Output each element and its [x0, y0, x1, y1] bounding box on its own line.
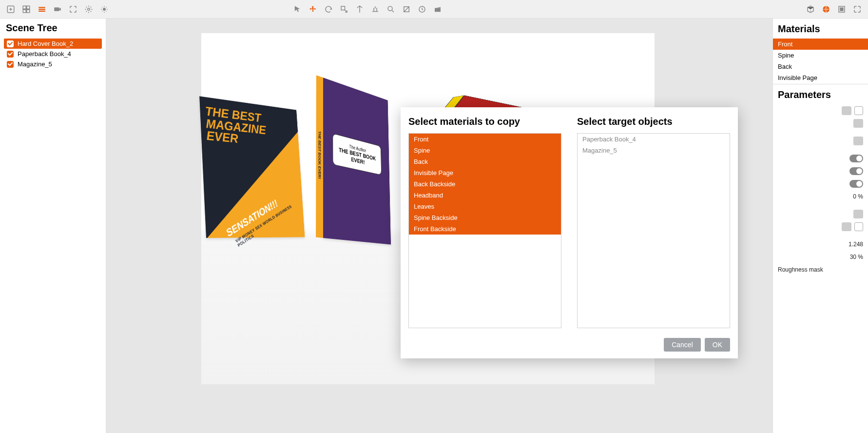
- svg-rect-8: [341, 6, 345, 10]
- color-swatch[interactable]: [854, 106, 863, 115]
- folder-icon[interactable]: [842, 106, 851, 115]
- visibility-checkbox[interactable]: [7, 51, 14, 58]
- parameter-row: 30 %: [773, 251, 868, 263]
- target-object-item[interactable]: Paperback Book_4: [578, 134, 730, 145]
- parameter-row: [773, 165, 868, 177]
- object-paperback[interactable]: THE BEST BOOK EVER! The Author THE BEST …: [323, 78, 391, 244]
- parameter-row: 0 %: [773, 190, 868, 203]
- copy-material-item[interactable]: Back Backside: [409, 178, 561, 190]
- scene-item-label: Hard Cover Book_2: [18, 40, 73, 47]
- svg-rect-4: [27, 9, 30, 12]
- parameter-row: [773, 177, 868, 190]
- materials-to-copy-list[interactable]: FrontSpineBackInvisible PageBack Backsid…: [408, 133, 561, 328]
- copy-material-item[interactable]: Spine Backside: [409, 212, 561, 223]
- scene-item-label: Paperback Book_4: [18, 50, 71, 58]
- rotate-icon[interactable]: [322, 2, 335, 16]
- target-object-item[interactable]: Magazine_5: [578, 145, 730, 156]
- copy-material-item[interactable]: Front: [409, 134, 561, 145]
- parameter-row: Roughness mask: [773, 263, 868, 276]
- scale-icon[interactable]: [337, 2, 351, 16]
- magnify-icon[interactable]: [384, 2, 398, 16]
- dropdown-button[interactable]: [853, 137, 863, 145]
- material-item[interactable]: Spine: [773, 50, 868, 61]
- toggle-switch[interactable]: [849, 167, 863, 175]
- modal-right-title: Select target objects: [577, 116, 730, 127]
- cube-icon[interactable]: [804, 2, 817, 16]
- magazine-title-3: EVER: [206, 128, 238, 146]
- svg-rect-3: [23, 9, 26, 12]
- globe-icon[interactable]: [819, 2, 833, 16]
- svg-point-9: [388, 6, 392, 11]
- svg-rect-2: [27, 6, 30, 9]
- scene-item[interactable]: Hard Cover Book_2: [4, 39, 102, 49]
- parameter-value: 0 %: [853, 193, 863, 200]
- material-item[interactable]: Back: [773, 61, 868, 72]
- folder-icon[interactable]: [853, 210, 863, 218]
- parameter-row: [773, 208, 868, 220]
- cursor-icon[interactable]: [290, 2, 304, 16]
- svg-rect-5: [54, 7, 59, 11]
- parameter-row: [773, 220, 868, 233]
- camera-icon[interactable]: [51, 2, 64, 16]
- move-icon[interactable]: [306, 2, 320, 16]
- time-icon[interactable]: [415, 2, 429, 16]
- parameter-value: 30 %: [850, 254, 863, 260]
- parameter-row: [773, 233, 868, 238]
- folder-icon[interactable]: [842, 222, 851, 231]
- copy-material-item[interactable]: Back: [409, 156, 561, 167]
- svg-rect-1: [23, 6, 26, 9]
- material-item[interactable]: Invisible Page: [773, 72, 868, 83]
- parameter-row: [773, 147, 868, 152]
- top-toolbar: [0, 0, 868, 19]
- svg-point-7: [103, 8, 106, 11]
- svg-rect-12: [435, 8, 441, 12]
- gear-icon[interactable]: [82, 2, 96, 16]
- add-icon[interactable]: [4, 2, 18, 16]
- parameter-row: [773, 104, 868, 117]
- pivot-icon[interactable]: [353, 2, 366, 16]
- copy-material-item[interactable]: Leaves: [409, 201, 561, 212]
- cancel-button[interactable]: Cancel: [664, 338, 701, 352]
- scene-item-label: Magazine_5: [18, 60, 52, 68]
- parameter-row: 1.248: [773, 238, 868, 251]
- material-item[interactable]: Front: [773, 39, 868, 50]
- scene-tree-title: Scene Tree: [4, 22, 102, 34]
- expand-icon[interactable]: [850, 2, 864, 16]
- ok-button[interactable]: OK: [705, 338, 730, 352]
- layers-icon[interactable]: [35, 2, 49, 16]
- parameter-row: [773, 152, 868, 165]
- visibility-checkbox[interactable]: [7, 40, 14, 47]
- scene-item[interactable]: Paperback Book_4: [4, 49, 102, 59]
- scene-tree-panel: Scene Tree Hard Cover Book_2 Paperback B…: [0, 19, 106, 433]
- copy-materials-modal: Select materials to copy FrontSpineBackI…: [401, 107, 738, 358]
- window-icon[interactable]: [835, 2, 849, 16]
- object-magazine[interactable]: THE BEST MAGAZINE EVER SENSATION!!! VIP …: [199, 96, 305, 238]
- visibility-checkbox[interactable]: [7, 61, 14, 68]
- materials-title: Materials: [773, 19, 868, 39]
- crop-icon[interactable]: [400, 2, 413, 16]
- snap-icon[interactable]: [368, 2, 382, 16]
- clapper-icon[interactable]: [431, 2, 444, 16]
- toggle-switch[interactable]: [849, 155, 863, 162]
- parameters-title: Parameters: [773, 84, 868, 104]
- parameter-value: 1.248: [849, 241, 863, 248]
- parameter-row: [773, 203, 868, 208]
- paperback-spine: THE BEST BOOK EVER!: [316, 75, 323, 238]
- color-swatch[interactable]: [854, 222, 863, 231]
- dropdown-button[interactable]: [853, 119, 863, 128]
- svg-point-6: [88, 8, 90, 10]
- scene-item[interactable]: Magazine_5: [4, 59, 102, 69]
- grid-icon[interactable]: [19, 2, 33, 16]
- sun-icon[interactable]: [97, 2, 111, 16]
- toggle-switch[interactable]: [849, 180, 863, 188]
- focus-icon[interactable]: [66, 2, 80, 16]
- copy-material-item[interactable]: Front Backside: [409, 223, 561, 235]
- svg-rect-15: [840, 7, 844, 11]
- copy-material-item[interactable]: Headband: [409, 190, 561, 201]
- right-panel: Materials FrontSpineBackInvisible Page P…: [772, 19, 868, 433]
- copy-material-item[interactable]: Invisible Page: [409, 167, 561, 178]
- copy-material-item[interactable]: Spine: [409, 145, 561, 156]
- parameter-row: [773, 117, 868, 130]
- target-objects-list[interactable]: Paperback Book_4Magazine_5: [577, 133, 730, 328]
- parameter-row: [773, 130, 868, 135]
